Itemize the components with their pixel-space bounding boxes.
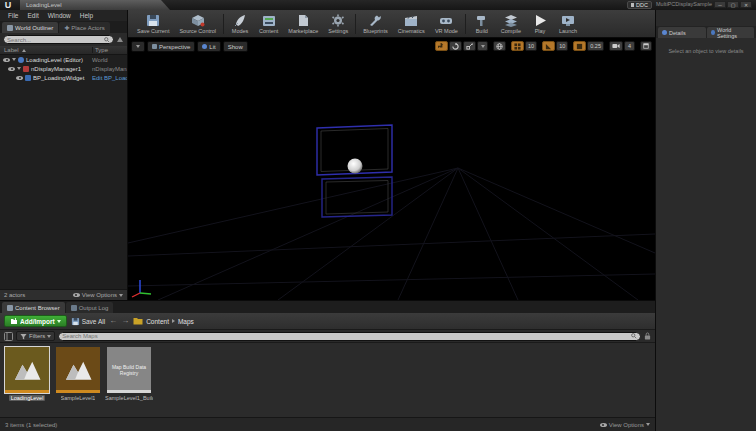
asset-thumbnail: Map Build Data Registry xyxy=(107,347,151,393)
menu-bar: File Edit Window Help xyxy=(0,10,127,21)
level-icon xyxy=(12,358,42,382)
asset-count: 3 items (1 selected) xyxy=(5,422,57,428)
column-label[interactable]: Label xyxy=(0,47,92,53)
expander-icon[interactable] xyxy=(17,67,21,70)
content-button[interactable]: Content xyxy=(254,11,283,37)
minimize-icon[interactable]: ─ xyxy=(714,1,726,8)
vr-goggles-icon xyxy=(437,14,455,27)
content-browser-view-options[interactable]: View Options xyxy=(600,422,650,428)
ddc-button[interactable]: DDC xyxy=(627,1,652,9)
tab-place-actors[interactable]: ✚ Place Actors xyxy=(59,22,109,33)
tab-content-browser[interactable]: Content Browser xyxy=(2,302,65,313)
scale-snap-value[interactable]: 0.25 xyxy=(587,41,604,51)
camera-speed-value[interactable]: 4 xyxy=(624,41,635,51)
visibility-eye-icon[interactable] xyxy=(8,66,15,71)
level-tab[interactable]: LoadingLevel xyxy=(20,0,170,10)
viewport-controls-right: 10 10 0.25 4 xyxy=(435,41,652,51)
column-type[interactable]: Type xyxy=(92,47,127,53)
lit-button[interactable]: Lit xyxy=(197,41,220,52)
rotate-icon xyxy=(452,43,459,50)
outliner-row[interactable]: nDisplayManager1 nDisplayManage... xyxy=(0,64,127,73)
cinematics-button[interactable]: Cinematics xyxy=(393,11,430,37)
visibility-eye-icon[interactable] xyxy=(16,75,23,80)
nav-forward-icon[interactable]: → xyxy=(121,316,129,326)
eye-icon xyxy=(73,293,80,298)
save-all-button[interactable]: Save All xyxy=(71,317,106,326)
row-type-link[interactable]: Edit BP_Loading... xyxy=(92,75,127,81)
lit-sphere-icon xyxy=(202,44,207,49)
breadcrumb-maps[interactable]: Maps xyxy=(178,318,194,325)
grid-snap-value[interactable]: 10 xyxy=(525,41,537,51)
world-outliner-panel: File Edit Window Help World Outliner ✚ P… xyxy=(0,10,128,300)
scale-snap-icon xyxy=(576,43,583,50)
breadcrumb-content[interactable]: Content xyxy=(146,318,169,325)
camera-speed-button[interactable] xyxy=(609,41,623,51)
tab-world-outliner[interactable]: World Outliner xyxy=(2,22,58,33)
rotation-snap-value[interactable]: 10 xyxy=(556,41,568,51)
viewport-options-button[interactable] xyxy=(131,41,145,52)
compile-button[interactable]: Compile xyxy=(496,11,526,37)
save-all-icon xyxy=(71,317,80,326)
asset-search-input[interactable] xyxy=(62,333,631,339)
rotate-tool-button[interactable] xyxy=(449,41,462,51)
vr-mode-button[interactable]: VR Mode xyxy=(430,11,463,37)
outliner-icon xyxy=(7,25,13,31)
row-type: World xyxy=(92,57,127,63)
outliner-row[interactable]: LoadingLevel (Editor) World xyxy=(0,55,127,64)
menu-edit[interactable]: Edit xyxy=(23,12,42,19)
translate-tool-button[interactable] xyxy=(435,41,448,51)
menu-file[interactable]: File xyxy=(4,12,22,19)
asset-name: SampleLevel1_BuildData xyxy=(105,395,153,401)
launch-button[interactable]: Launch xyxy=(554,11,582,37)
blueprints-button[interactable]: Blueprints xyxy=(358,11,392,37)
asset-tile-loadinglevel[interactable]: LoadingLevel xyxy=(5,347,49,401)
tool-dropdown-button[interactable] xyxy=(477,41,488,51)
perspective-button[interactable]: Perspective xyxy=(147,41,195,52)
outliner-row[interactable]: BP_LoadingWidget Edit BP_Loading... xyxy=(0,73,127,82)
visibility-eye-icon[interactable] xyxy=(3,57,10,62)
menu-help[interactable]: Help xyxy=(76,12,97,19)
close-icon[interactable]: ✕ xyxy=(740,1,752,8)
settings-button[interactable]: Settings xyxy=(323,11,353,37)
tab-world-settings[interactable]: World Settings xyxy=(707,27,755,38)
tab-details[interactable]: Details xyxy=(658,27,706,38)
viewport-3d[interactable]: Perspective Lit Show 10 10 0.25 4 xyxy=(128,38,655,300)
asset-tile-samplelevel1[interactable]: SampleLevel1 xyxy=(56,347,100,401)
outliner-view-options[interactable]: View Options xyxy=(73,292,123,298)
menu-window[interactable]: Window xyxy=(44,12,75,19)
cinematics-clapper-icon xyxy=(402,14,420,27)
maximize-icon[interactable]: ▢ xyxy=(727,1,739,8)
scale-snap-toggle[interactable] xyxy=(573,41,586,51)
expander-icon[interactable] xyxy=(12,58,16,61)
filters-label: Filters xyxy=(29,333,45,339)
play-button[interactable]: Play xyxy=(526,11,554,37)
sort-asc-icon xyxy=(22,49,26,52)
build-button[interactable]: Build xyxy=(468,11,496,37)
modes-button[interactable]: Modes xyxy=(226,11,254,37)
maximize-viewport-button[interactable] xyxy=(640,41,652,51)
outliner-search-input[interactable] xyxy=(7,37,104,43)
asset-tile-builddata[interactable]: Map Build Data Registry SampleLevel1_Bui… xyxy=(107,347,151,401)
coordinate-system-button[interactable] xyxy=(493,41,506,51)
rotation-snap-toggle[interactable] xyxy=(542,41,555,51)
tab-output-log[interactable]: Output Log xyxy=(66,302,114,313)
source-control-button[interactable]: Source Control xyxy=(174,11,221,37)
content-icon xyxy=(260,14,278,27)
outliner-settings-icon[interactable] xyxy=(116,36,124,44)
asset-name: LoadingLevel xyxy=(9,395,46,401)
lock-icon[interactable] xyxy=(644,332,651,340)
nav-back-icon[interactable]: ← xyxy=(109,316,117,326)
center-column: Save Current Source Control Modes Conten… xyxy=(128,10,655,300)
search-icon xyxy=(631,333,637,339)
add-import-button[interactable]: Add/Import xyxy=(4,315,67,327)
save-current-button[interactable]: Save Current xyxy=(132,11,174,37)
content-browser-filter-row: Filters xyxy=(0,330,655,343)
scale-tool-button[interactable] xyxy=(463,41,476,51)
sources-panel-icon[interactable] xyxy=(4,332,13,341)
grid-snap-toggle[interactable] xyxy=(511,41,524,51)
sphere-actor[interactable] xyxy=(348,159,363,174)
marketplace-button[interactable]: Marketplace xyxy=(283,11,323,37)
show-button[interactable]: Show xyxy=(223,41,248,52)
project-title: MultiPCDisplaySample xyxy=(656,1,712,7)
filters-button[interactable]: Filters xyxy=(16,331,55,341)
